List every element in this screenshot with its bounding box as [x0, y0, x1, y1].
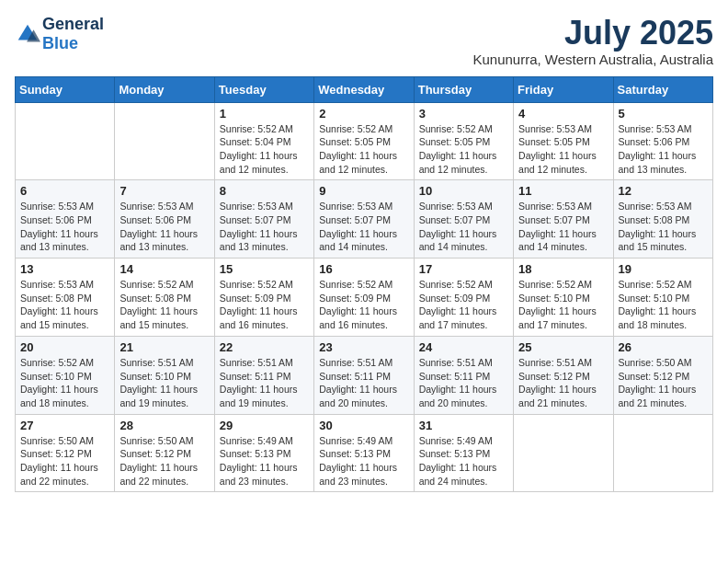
day-info: Sunrise: 5:52 AM Sunset: 5:05 PM Dayligh… — [319, 122, 408, 177]
logo-icon — [15, 21, 40, 47]
calendar-table: SundayMondayTuesdayWednesdayThursdayFrid… — [15, 76, 713, 493]
day-number: 1 — [220, 107, 309, 121]
calendar-cell: 26Sunrise: 5:50 AM Sunset: 5:12 PM Dayli… — [613, 336, 712, 414]
calendar-cell: 1Sunrise: 5:52 AM Sunset: 5:04 PM Daylig… — [214, 102, 313, 180]
calendar-cell — [16, 102, 115, 180]
weekday-header-saturday: Saturday — [613, 76, 712, 102]
day-info: Sunrise: 5:52 AM Sunset: 5:09 PM Dayligh… — [220, 278, 309, 332]
day-info: Sunrise: 5:53 AM Sunset: 5:07 PM Dayligh… — [220, 200, 309, 254]
day-info: Sunrise: 5:52 AM Sunset: 5:08 PM Dayligh… — [119, 278, 209, 332]
week-row-4: 20Sunrise: 5:52 AM Sunset: 5:10 PM Dayli… — [16, 336, 713, 414]
calendar-cell: 12Sunrise: 5:53 AM Sunset: 5:08 PM Dayli… — [613, 180, 712, 259]
calendar-cell: 25Sunrise: 5:51 AM Sunset: 5:12 PM Dayli… — [514, 336, 613, 414]
weekday-header-wednesday: Wednesday — [314, 76, 414, 102]
day-info: Sunrise: 5:51 AM Sunset: 5:10 PM Dayligh… — [119, 356, 209, 410]
location-subtitle: Kununurra, Western Australia, Australia — [472, 52, 713, 67]
day-number: 4 — [518, 107, 608, 121]
day-number: 27 — [20, 419, 109, 432]
day-info: Sunrise: 5:53 AM Sunset: 5:07 PM Dayligh… — [419, 200, 508, 254]
calendar-cell: 15Sunrise: 5:52 AM Sunset: 5:09 PM Dayli… — [214, 259, 313, 337]
day-info: Sunrise: 5:53 AM Sunset: 5:06 PM Dayligh… — [119, 200, 209, 254]
day-info: Sunrise: 5:49 AM Sunset: 5:13 PM Dayligh… — [419, 434, 508, 488]
day-number: 21 — [119, 340, 209, 354]
day-info: Sunrise: 5:50 AM Sunset: 5:12 PM Dayligh… — [119, 434, 209, 488]
calendar-cell: 16Sunrise: 5:52 AM Sunset: 5:09 PM Dayli… — [314, 259, 414, 337]
logo: General Blue — [15, 15, 104, 53]
day-number: 11 — [518, 184, 608, 198]
weekday-header-monday: Monday — [115, 76, 214, 102]
day-info: Sunrise: 5:52 AM Sunset: 5:05 PM Dayligh… — [419, 122, 508, 177]
week-row-3: 13Sunrise: 5:53 AM Sunset: 5:08 PM Dayli… — [16, 259, 713, 337]
day-info: Sunrise: 5:53 AM Sunset: 5:08 PM Dayligh… — [20, 278, 109, 332]
calendar-cell: 24Sunrise: 5:51 AM Sunset: 5:11 PM Dayli… — [414, 336, 513, 414]
day-number: 8 — [220, 184, 309, 198]
calendar-cell: 7Sunrise: 5:53 AM Sunset: 5:06 PM Daylig… — [115, 180, 214, 259]
week-row-5: 27Sunrise: 5:50 AM Sunset: 5:12 PM Dayli… — [16, 414, 713, 492]
calendar-cell: 29Sunrise: 5:49 AM Sunset: 5:13 PM Dayli… — [214, 414, 313, 492]
page-header: General Blue July 2025 Kununurra, Wester… — [15, 15, 713, 67]
calendar-cell: 13Sunrise: 5:53 AM Sunset: 5:08 PM Dayli… — [16, 259, 115, 337]
day-info: Sunrise: 5:52 AM Sunset: 5:09 PM Dayligh… — [419, 278, 508, 332]
day-info: Sunrise: 5:52 AM Sunset: 5:10 PM Dayligh… — [518, 278, 608, 332]
calendar-cell: 2Sunrise: 5:52 AM Sunset: 5:05 PM Daylig… — [314, 102, 414, 180]
weekday-header-sunday: Sunday — [16, 76, 115, 102]
day-info: Sunrise: 5:52 AM Sunset: 5:10 PM Dayligh… — [20, 356, 109, 410]
day-number: 20 — [20, 340, 109, 354]
calendar-cell: 3Sunrise: 5:52 AM Sunset: 5:05 PM Daylig… — [414, 102, 513, 180]
month-title: July 2025 — [472, 15, 713, 52]
week-row-1: 1Sunrise: 5:52 AM Sunset: 5:04 PM Daylig… — [16, 102, 713, 180]
day-info: Sunrise: 5:53 AM Sunset: 5:05 PM Dayligh… — [518, 122, 608, 177]
calendar-cell: 28Sunrise: 5:50 AM Sunset: 5:12 PM Dayli… — [115, 414, 214, 492]
calendar-cell: 17Sunrise: 5:52 AM Sunset: 5:09 PM Dayli… — [414, 259, 513, 337]
calendar-cell: 8Sunrise: 5:53 AM Sunset: 5:07 PM Daylig… — [214, 180, 313, 259]
day-number: 14 — [119, 262, 209, 276]
weekday-header-thursday: Thursday — [414, 76, 513, 102]
day-info: Sunrise: 5:51 AM Sunset: 5:11 PM Dayligh… — [319, 356, 408, 410]
day-info: Sunrise: 5:52 AM Sunset: 5:09 PM Dayligh… — [319, 278, 408, 332]
day-info: Sunrise: 5:51 AM Sunset: 5:11 PM Dayligh… — [419, 356, 508, 410]
day-info: Sunrise: 5:53 AM Sunset: 5:06 PM Dayligh… — [619, 122, 708, 177]
day-number: 10 — [419, 184, 508, 198]
day-number: 26 — [619, 340, 708, 354]
day-number: 13 — [20, 262, 109, 276]
day-number: 28 — [119, 419, 209, 432]
calendar-cell: 23Sunrise: 5:51 AM Sunset: 5:11 PM Dayli… — [314, 336, 414, 414]
day-number: 15 — [220, 262, 309, 276]
day-info: Sunrise: 5:52 AM Sunset: 5:04 PM Dayligh… — [220, 122, 309, 177]
day-info: Sunrise: 5:53 AM Sunset: 5:08 PM Dayligh… — [619, 200, 708, 254]
day-number: 9 — [319, 184, 408, 198]
calendar-cell: 30Sunrise: 5:49 AM Sunset: 5:13 PM Dayli… — [314, 414, 414, 492]
weekday-header-tuesday: Tuesday — [214, 76, 313, 102]
calendar-cell: 18Sunrise: 5:52 AM Sunset: 5:10 PM Dayli… — [514, 259, 613, 337]
title-block: July 2025 Kununurra, Western Australia, … — [472, 15, 713, 67]
day-info: Sunrise: 5:52 AM Sunset: 5:10 PM Dayligh… — [619, 278, 708, 332]
calendar-cell: 14Sunrise: 5:52 AM Sunset: 5:08 PM Dayli… — [115, 259, 214, 337]
day-info: Sunrise: 5:50 AM Sunset: 5:12 PM Dayligh… — [20, 434, 109, 488]
day-number: 12 — [619, 184, 708, 198]
logo-text-blue: Blue — [42, 34, 78, 52]
day-info: Sunrise: 5:53 AM Sunset: 5:07 PM Dayligh… — [319, 200, 408, 254]
calendar-cell: 20Sunrise: 5:52 AM Sunset: 5:10 PM Dayli… — [16, 336, 115, 414]
calendar-cell — [115, 102, 214, 180]
calendar-cell: 6Sunrise: 5:53 AM Sunset: 5:06 PM Daylig… — [16, 180, 115, 259]
calendar-cell: 5Sunrise: 5:53 AM Sunset: 5:06 PM Daylig… — [613, 102, 712, 180]
day-number: 25 — [518, 340, 608, 354]
day-number: 18 — [518, 262, 608, 276]
calendar-cell: 10Sunrise: 5:53 AM Sunset: 5:07 PM Dayli… — [414, 180, 513, 259]
calendar-cell: 19Sunrise: 5:52 AM Sunset: 5:10 PM Dayli… — [613, 259, 712, 337]
day-info: Sunrise: 5:51 AM Sunset: 5:12 PM Dayligh… — [518, 356, 608, 410]
calendar-cell: 31Sunrise: 5:49 AM Sunset: 5:13 PM Dayli… — [414, 414, 513, 492]
day-number: 17 — [419, 262, 508, 276]
logo-text-general: General — [42, 15, 104, 33]
weekday-header-row: SundayMondayTuesdayWednesdayThursdayFrid… — [16, 76, 713, 102]
day-number: 31 — [419, 419, 508, 432]
calendar-cell: 22Sunrise: 5:51 AM Sunset: 5:11 PM Dayli… — [214, 336, 313, 414]
calendar-cell: 21Sunrise: 5:51 AM Sunset: 5:10 PM Dayli… — [115, 336, 214, 414]
day-number: 2 — [319, 107, 408, 121]
calendar-cell: 9Sunrise: 5:53 AM Sunset: 5:07 PM Daylig… — [314, 180, 414, 259]
calendar-cell: 11Sunrise: 5:53 AM Sunset: 5:07 PM Dayli… — [514, 180, 613, 259]
day-number: 19 — [619, 262, 708, 276]
day-number: 22 — [220, 340, 309, 354]
calendar-cell: 4Sunrise: 5:53 AM Sunset: 5:05 PM Daylig… — [514, 102, 613, 180]
day-info: Sunrise: 5:50 AM Sunset: 5:12 PM Dayligh… — [619, 356, 708, 410]
